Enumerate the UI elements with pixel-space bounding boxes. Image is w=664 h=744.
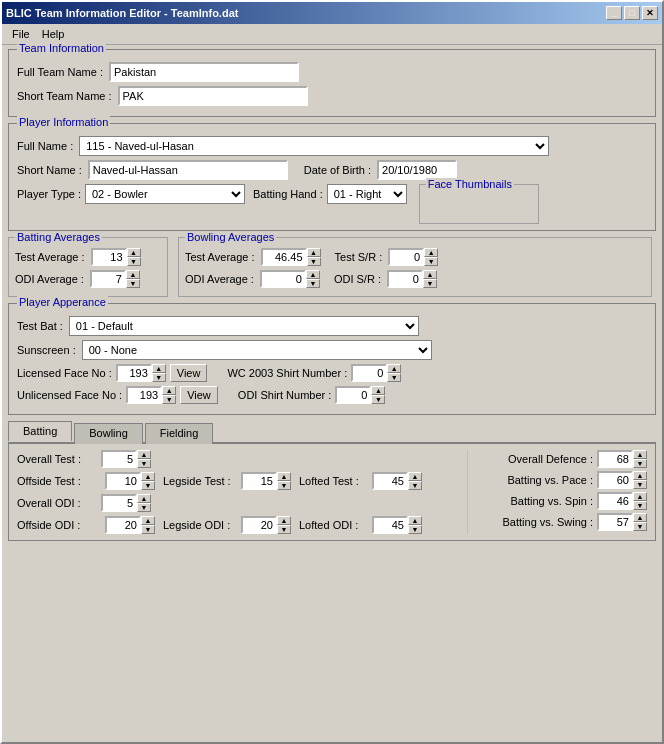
bowl-odi-sr-input[interactable] [387,270,423,288]
bowl-odi-sr-down[interactable]: ▼ [423,279,437,288]
close-button[interactable]: ✕ [642,6,658,20]
licensed-face-input[interactable] [116,364,152,382]
tab-batting[interactable]: Batting [8,421,72,442]
bowl-odi-avg-input[interactable] [260,270,306,288]
legside-odi-up[interactable]: ▲ [277,516,291,525]
team-info-title: Team Information [17,42,106,54]
batting-pace-input[interactable] [597,471,633,489]
bowl-odi-avg-up[interactable]: ▲ [306,270,320,279]
batting-pace-down[interactable]: ▼ [633,480,647,489]
player-short-name-input[interactable] [88,160,288,180]
odi-shirt-label: ODI Shirt Number : [238,389,332,401]
legside-test-up[interactable]: ▲ [277,472,291,481]
wc-shirt-up[interactable]: ▲ [387,364,401,373]
legside-odi-down[interactable]: ▼ [277,525,291,534]
bat-test-avg-spin: ▲ ▼ [91,248,141,266]
dob-input[interactable] [377,160,457,180]
overall-odi-input[interactable] [101,494,137,512]
licensed-face-buttons: ▲ ▼ [152,364,166,382]
menu-file[interactable]: File [6,26,36,42]
test-bat-combo[interactable]: 01 - Default [69,316,419,336]
unlicensed-face-down[interactable]: ▼ [162,395,176,404]
bowl-odi-sr-up[interactable]: ▲ [423,270,437,279]
lofted-test-up[interactable]: ▲ [408,472,422,481]
full-team-name-input[interactable] [109,62,299,82]
menu-help[interactable]: Help [36,26,71,42]
bat-test-avg-down[interactable]: ▼ [127,257,141,266]
overall-test-up[interactable]: ▲ [137,450,151,459]
lofted-odi-input[interactable] [372,516,408,534]
tab-bowling[interactable]: Bowling [74,423,143,444]
offside-test-down[interactable]: ▼ [141,481,155,490]
bat-test-avg-input[interactable] [91,248,127,266]
lofted-test-input[interactable] [372,472,408,490]
sunscreen-combo[interactable]: 00 - None [82,340,432,360]
offside-odi-down[interactable]: ▼ [141,525,155,534]
batting-swing-label: Batting vs. Swing : [503,516,594,528]
batting-pace-up[interactable]: ▲ [633,471,647,480]
odi-shirt-up[interactable]: ▲ [371,386,385,395]
licensed-face-view-button[interactable]: View [170,364,208,382]
lofted-odi-up[interactable]: ▲ [408,516,422,525]
bowl-test-avg-up[interactable]: ▲ [307,248,321,257]
batting-pace-spin: ▲ ▼ [597,471,647,489]
odi-shirt-input[interactable] [335,386,371,404]
lofted-test-down[interactable]: ▼ [408,481,422,490]
averages-row: Batting Averages Test Average : ▲ ▼ ODI … [8,237,656,297]
wc-shirt-input[interactable] [351,364,387,382]
overall-defence-down[interactable]: ▼ [633,459,647,468]
batting-hand-combo[interactable]: 01 - Right [327,184,407,204]
bowl-test-sr-up[interactable]: ▲ [424,248,438,257]
offside-odi-up[interactable]: ▲ [141,516,155,525]
overall-defence-up[interactable]: ▲ [633,450,647,459]
overall-odi-up[interactable]: ▲ [137,494,151,503]
bowling-averages-title: Bowling Averages [185,231,276,243]
bat-test-avg-up[interactable]: ▲ [127,248,141,257]
test-bat-row: Test Bat : 01 - Default [17,316,647,336]
legside-odi-input[interactable] [241,516,277,534]
wc-shirt-spin: ▲ ▼ [351,364,401,382]
bowl-test-sr-down[interactable]: ▼ [424,257,438,266]
wc-shirt-down[interactable]: ▼ [387,373,401,382]
unlicensed-face-view-button[interactable]: View [180,386,218,404]
tab-fielding[interactable]: Fielding [145,423,214,444]
bat-odi-avg-up[interactable]: ▲ [126,270,140,279]
overall-odi-down[interactable]: ▼ [137,503,151,512]
batting-spin-up[interactable]: ▲ [633,492,647,501]
bat-odi-avg-down[interactable]: ▼ [126,279,140,288]
maximize-button[interactable]: □ [624,6,640,20]
overall-defence-input[interactable] [597,450,633,468]
short-team-name-input[interactable] [118,86,308,106]
legside-test-down[interactable]: ▼ [277,481,291,490]
licensed-face-down[interactable]: ▼ [152,373,166,382]
minimize-button[interactable]: _ [606,6,622,20]
bowl-odi-avg-down[interactable]: ▼ [306,279,320,288]
overall-odi-spin: ▲ ▼ [101,494,151,512]
batting-swing-down[interactable]: ▼ [633,522,647,531]
overall-test-down[interactable]: ▼ [137,459,151,468]
batting-content: Overall Test : ▲ ▼ Offside Tes [17,450,647,534]
offside-test-up[interactable]: ▲ [141,472,155,481]
offside-odi-label: Offside ODI : [17,519,97,531]
legside-test-input[interactable] [241,472,277,490]
offside-test-input[interactable] [105,472,141,490]
bowl-test-avg-down[interactable]: ▼ [307,257,321,266]
licensed-face-up[interactable]: ▲ [152,364,166,373]
player-full-name-combo[interactable]: 115 - Naved-ul-Hasan [79,136,549,156]
overall-test-input[interactable] [101,450,137,468]
offside-odi-input[interactable] [105,516,141,534]
batting-swing-input[interactable] [597,513,633,531]
batting-swing-up[interactable]: ▲ [633,513,647,522]
unlicensed-face-up[interactable]: ▲ [162,386,176,395]
batting-spin-down[interactable]: ▼ [633,501,647,510]
unlicensed-face-input[interactable] [126,386,162,404]
player-type-section: Player Type : 02 - Bowler [17,184,245,204]
player-type-combo[interactable]: 02 - Bowler [85,184,245,204]
batting-spin-input[interactable] [597,492,633,510]
bat-odi-avg-input[interactable] [90,270,126,288]
odi-shirt-down[interactable]: ▼ [371,395,385,404]
lofted-odi-down[interactable]: ▼ [408,525,422,534]
bowl-test-sr-input[interactable] [388,248,424,266]
bowl-test-avg-input[interactable] [261,248,307,266]
bowl-test-row: Test Average : ▲ ▼ Test S/R : ▲ ▼ [185,248,645,266]
